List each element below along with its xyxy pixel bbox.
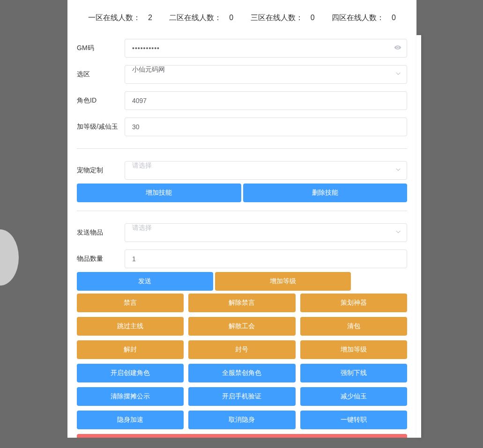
zone4-stat: 四区在线人数：0 bbox=[328, 14, 400, 22]
send-item-label: 发送物品 bbox=[67, 228, 125, 237]
divider bbox=[77, 148, 407, 149]
disable-create-role-button[interactable]: 全服禁创角色 bbox=[188, 364, 295, 382]
eye-icon[interactable] bbox=[394, 44, 401, 53]
gm-code-input[interactable] bbox=[125, 39, 407, 58]
mute-button[interactable]: 禁言 bbox=[77, 294, 184, 312]
item-qty-label: 物品数量 bbox=[67, 255, 125, 263]
clear-stall-button[interactable]: 清除摆摊公示 bbox=[77, 387, 184, 406]
unban-button[interactable]: 解封 bbox=[77, 340, 184, 359]
clear-bag-button[interactable]: 清包 bbox=[300, 317, 407, 336]
zone1-stat: 一区在线人数：2 bbox=[84, 14, 156, 22]
increase-level2-button[interactable]: 增加等级 bbox=[300, 340, 407, 359]
main-panel: 一区在线人数：2 二区在线人数：0 三区在线人数：0 四区在线人数：0 GM码 … bbox=[67, 0, 416, 438]
role-id-label: 角色ID bbox=[67, 96, 125, 105]
increase-level-button[interactable]: 增加等级 bbox=[215, 272, 351, 291]
ban-button[interactable]: 封号 bbox=[188, 340, 295, 359]
cancel-stealth-button[interactable]: 取消隐身 bbox=[188, 411, 295, 429]
force-offline-button[interactable]: 强制下线 bbox=[300, 364, 407, 382]
danger-button-partial[interactable] bbox=[77, 434, 407, 438]
level-label: 加等级/减仙玉 bbox=[67, 123, 125, 131]
zone-select[interactable]: 小仙元码网 bbox=[125, 65, 407, 84]
enable-phone-verify-button[interactable]: 开启手机验证 bbox=[188, 387, 295, 406]
pet-label: 宠物定制 bbox=[67, 166, 125, 175]
delete-skill-button[interactable]: 删除技能 bbox=[243, 184, 408, 202]
stealth-boost-button[interactable]: 隐身加速 bbox=[77, 411, 184, 429]
planner-artifact-button[interactable]: 策划神器 bbox=[300, 294, 407, 312]
online-stats-header: 一区在线人数：2 二区在线人数：0 三区在线人数：0 四区在线人数：0 bbox=[67, 0, 416, 35]
reduce-jade-button[interactable]: 减少仙玉 bbox=[300, 387, 407, 406]
send-button[interactable]: 发送 bbox=[77, 272, 213, 291]
decorative-avatar-blur bbox=[0, 220, 28, 295]
form-area: GM码 选区 小仙元码网 角色ID 加等级/减仙玉 bbox=[67, 35, 416, 438]
gm-code-label: GM码 bbox=[67, 44, 125, 52]
divider bbox=[77, 211, 407, 211]
send-item-select[interactable]: 请选择 bbox=[125, 223, 407, 242]
unmute-button[interactable]: 解除禁言 bbox=[188, 294, 295, 312]
zone2-stat: 二区在线人数：0 bbox=[165, 14, 237, 22]
zone3-stat: 三区在线人数：0 bbox=[247, 14, 319, 22]
disband-guild-button[interactable]: 解散工会 bbox=[188, 317, 295, 336]
item-qty-input[interactable] bbox=[125, 250, 407, 268]
enable-create-role-button[interactable]: 开启创建角色 bbox=[77, 364, 184, 382]
level-input[interactable] bbox=[125, 118, 407, 136]
one-click-job-button[interactable]: 一键转职 bbox=[300, 411, 407, 429]
pet-select[interactable]: 请选择 bbox=[125, 161, 407, 180]
role-id-input[interactable] bbox=[125, 91, 407, 110]
svg-point-0 bbox=[0, 229, 19, 286]
add-skill-button[interactable]: 增加技能 bbox=[77, 184, 241, 202]
zone-select-label: 选区 bbox=[67, 70, 125, 79]
skip-main-button[interactable]: 跳过主线 bbox=[77, 317, 184, 336]
